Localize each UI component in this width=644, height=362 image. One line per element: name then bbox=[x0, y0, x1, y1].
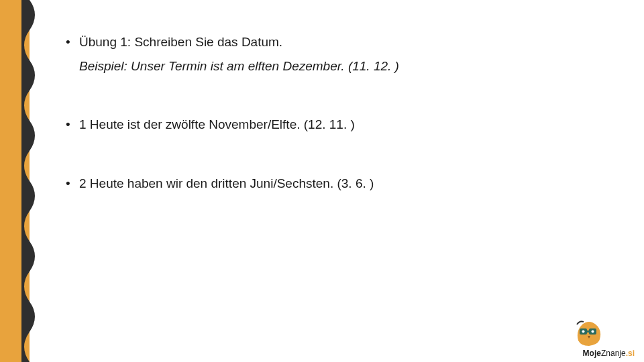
bullet-item-1: 1 Heute ist der zwölfte November/Elfte. … bbox=[66, 116, 617, 133]
svg-rect-4 bbox=[587, 330, 589, 333]
spacer bbox=[66, 81, 617, 116]
svg-point-2 bbox=[582, 330, 585, 333]
spacer bbox=[66, 140, 617, 175]
text: Beispiel: Unser Termin ist am elften Dez… bbox=[79, 59, 399, 73]
brand-part1: Moje bbox=[583, 349, 601, 358]
owl-mascot-icon bbox=[574, 318, 604, 347]
slide-content: Übung 1: Schreiben Sie das Datum. Beispi… bbox=[66, 34, 617, 199]
bullet-exercise-title: Übung 1: Schreiben Sie das Datum. bbox=[66, 34, 617, 51]
text: 1 Heute ist der zwölfte November/Elfte. … bbox=[79, 117, 355, 131]
text: Übung 1: Schreiben Sie das Datum. bbox=[79, 35, 282, 49]
brand-tld: .si bbox=[626, 349, 635, 358]
svg-point-3 bbox=[592, 330, 594, 333]
wave-divider bbox=[21, 0, 48, 362]
example-line: Beispiel: Unser Termin ist am elften Dez… bbox=[66, 58, 617, 75]
brand-part2: Znanje bbox=[601, 349, 626, 358]
brand-logo-text: MojeZnanje.si bbox=[583, 349, 635, 358]
bullet-item-2: 2 Heute haben wir den dritten Juni/Sechs… bbox=[66, 175, 617, 192]
text: 2 Heute haben wir den dritten Juni/Sechs… bbox=[79, 176, 374, 190]
